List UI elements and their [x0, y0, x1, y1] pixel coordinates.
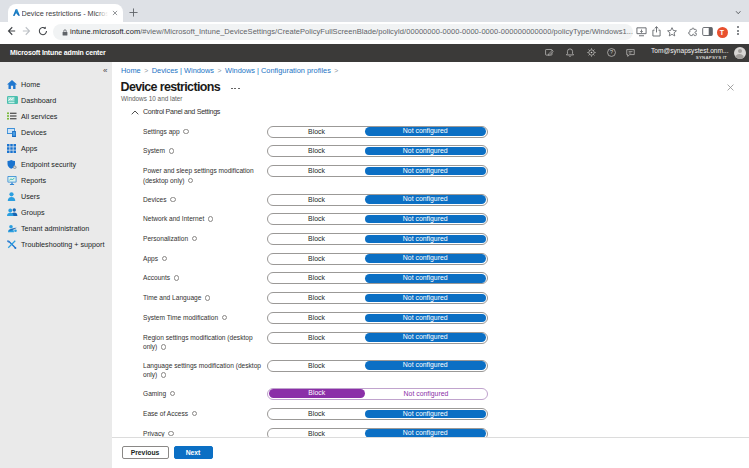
svg-text:?: ? [610, 49, 613, 55]
